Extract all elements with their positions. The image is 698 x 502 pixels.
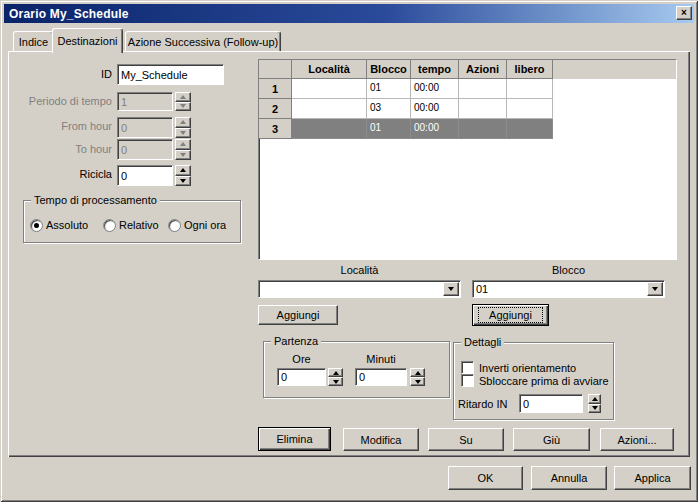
- spin-up-button[interactable]: [328, 368, 343, 377]
- row-number[interactable]: 2: [259, 99, 292, 119]
- radio-assoluto[interactable]: [30, 219, 43, 232]
- cell-libero[interactable]: [507, 119, 553, 139]
- corner-header-cell: [259, 60, 292, 79]
- cell-blocco[interactable]: 01: [367, 79, 411, 99]
- blocco-combobox-value: 01: [473, 281, 646, 297]
- spin-up-button[interactable]: [175, 165, 191, 176]
- to-hour-input: [118, 140, 172, 159]
- destinations-table[interactable]: Località Blocco tempo Azioni libero 1 01…: [258, 59, 677, 260]
- annulla-button[interactable]: Annulla: [531, 466, 607, 490]
- inverti-orientamento-checkbox[interactable]: [461, 361, 474, 374]
- ritardo-in-input[interactable]: [520, 395, 582, 412]
- minuti-spinner[interactable]: [410, 368, 425, 386]
- header-azioni[interactable]: Azioni: [459, 60, 507, 79]
- cell-localita[interactable]: [292, 99, 367, 119]
- cell-tempo[interactable]: 00:00: [411, 99, 459, 119]
- header-blocco[interactable]: Blocco: [367, 60, 411, 79]
- cell-localita[interactable]: [292, 79, 367, 99]
- row-number[interactable]: 3: [259, 119, 292, 139]
- cell-libero[interactable]: [507, 79, 553, 99]
- spin-down-button: [175, 128, 191, 139]
- id-field-frame: [117, 64, 224, 85]
- ore-label: Ore: [277, 353, 326, 366]
- modifica-button[interactable]: Modifica: [343, 428, 419, 451]
- cell-libero[interactable]: [507, 99, 553, 119]
- to-hour-spinner: [175, 139, 191, 160]
- localita-combobox[interactable]: [258, 280, 461, 298]
- cell-tempo[interactable]: 00:00: [411, 79, 459, 99]
- sbloccare-checkbox[interactable]: [461, 374, 474, 387]
- blocco-select-label: Blocco: [472, 264, 665, 277]
- ritardo-spinner[interactable]: [588, 394, 601, 413]
- spin-down-button[interactable]: [175, 176, 191, 187]
- radio-ogni-ora-label: Ogni ora: [184, 219, 226, 232]
- ore-spinner[interactable]: [328, 368, 343, 386]
- ore-field-frame: [277, 368, 326, 386]
- cell-azioni[interactable]: [459, 119, 507, 139]
- tab-label: Destinazioni: [58, 35, 118, 47]
- spin-down-button: [175, 150, 191, 161]
- spin-down-button[interactable]: [588, 404, 601, 414]
- ricicla-spinner[interactable]: [175, 165, 191, 186]
- cell-blocco[interactable]: 03: [367, 99, 411, 119]
- ricicla-input[interactable]: [118, 166, 172, 185]
- ricicla-label: Ricicla: [18, 168, 112, 181]
- cell-localita[interactable]: [292, 119, 367, 139]
- close-button[interactable]: ×: [676, 6, 692, 20]
- table-row-selected[interactable]: 3 01 00:00: [259, 119, 676, 139]
- spin-up-button: [175, 92, 191, 102]
- spin-up-button[interactable]: [588, 394, 601, 404]
- ore-input[interactable]: [278, 369, 325, 385]
- spin-down-button[interactable]: [328, 377, 343, 386]
- table-row[interactable]: 1 01 00:00: [259, 79, 676, 99]
- window-title: Orario My_Schedule: [4, 7, 129, 21]
- dettagli-group: Dettagli Inverti orientamento Sbloccare …: [453, 342, 614, 420]
- ok-button[interactable]: OK: [448, 466, 523, 490]
- row-number[interactable]: 1: [259, 79, 292, 99]
- title-bar[interactable]: Orario My_Schedule ×: [4, 4, 694, 23]
- azioni-button[interactable]: Azioni...: [600, 428, 674, 451]
- minuti-field-frame: [355, 368, 407, 386]
- minuti-input[interactable]: [356, 369, 406, 385]
- inverti-orientamento-label: Inverti orientamento: [479, 362, 576, 375]
- aggiungi-blocco-button[interactable]: Aggiungi: [472, 304, 549, 326]
- spin-down-button: [175, 102, 191, 112]
- table-row[interactable]: 2 03 00:00: [259, 99, 676, 119]
- dropdown-arrow-icon[interactable]: [647, 282, 663, 296]
- tab-label: Indice: [19, 36, 48, 48]
- id-input[interactable]: [118, 65, 223, 84]
- ritardo-in-label: Ritardo IN: [458, 398, 508, 411]
- processing-group-title: Tempo di processamento: [31, 194, 160, 207]
- button-label: OK: [478, 472, 494, 484]
- header-libero[interactable]: libero: [507, 60, 553, 79]
- spin-up-button[interactable]: [410, 368, 425, 377]
- sbloccare-label: Sbloccare prima di avviare: [479, 375, 609, 388]
- localita-select-label: Località: [258, 264, 461, 277]
- spin-up-button: [175, 117, 191, 128]
- from-hour-label: From hour: [18, 120, 112, 133]
- spin-down-button[interactable]: [410, 377, 425, 386]
- periodo-input: [118, 93, 172, 110]
- dropdown-arrow-icon[interactable]: [443, 282, 459, 296]
- cell-tempo[interactable]: 00:00: [411, 119, 459, 139]
- giu-button[interactable]: Giù: [513, 428, 590, 451]
- elimina-button[interactable]: Elimina: [258, 427, 331, 451]
- dialog-window: Orario My_Schedule × Indice Destinazioni…: [0, 0, 698, 502]
- cell-azioni[interactable]: [459, 99, 507, 119]
- tab-destinazioni[interactable]: Destinazioni: [52, 28, 123, 53]
- radio-relativo[interactable]: [103, 219, 116, 232]
- aggiungi-localita-button[interactable]: Aggiungi: [258, 305, 338, 325]
- header-localita[interactable]: Località: [292, 60, 367, 79]
- tab-indice[interactable]: Indice: [13, 31, 54, 52]
- cell-blocco[interactable]: 01: [367, 119, 411, 139]
- su-button[interactable]: Su: [428, 428, 504, 451]
- applica-button[interactable]: Applica: [614, 466, 691, 490]
- blocco-combobox[interactable]: 01: [472, 280, 665, 298]
- button-label: Elimina: [276, 433, 312, 445]
- tab-azione-successiva[interactable]: Azione Successiva (Follow-up): [125, 31, 281, 52]
- header-tempo[interactable]: tempo: [411, 60, 459, 79]
- cell-azioni[interactable]: [459, 79, 507, 99]
- radio-ogni-ora[interactable]: [168, 219, 181, 232]
- button-label: Applica: [634, 472, 670, 484]
- button-label: Annulla: [551, 472, 588, 484]
